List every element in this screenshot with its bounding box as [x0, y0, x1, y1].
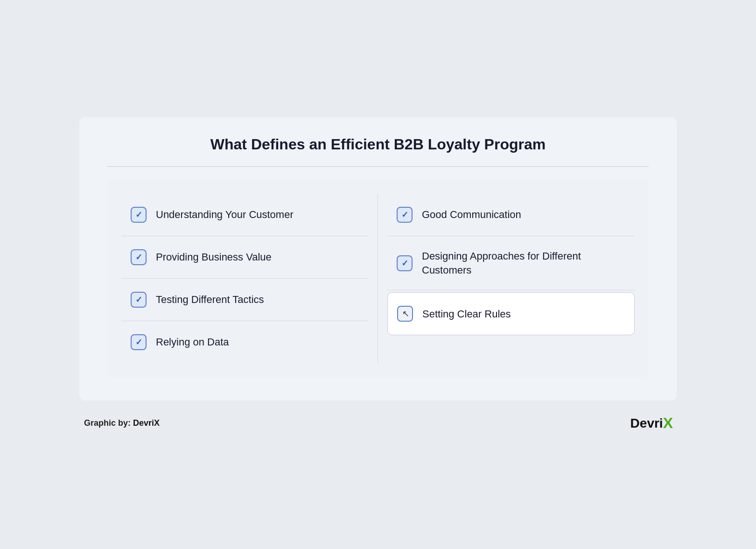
- footer: Graphic by: DevriX DevriX: [79, 415, 677, 432]
- devrix-x-mark: X: [663, 415, 672, 432]
- checkbox-setting[interactable]: ↖: [397, 306, 413, 322]
- main-card: What Defines an Efficient B2B Loyalty Pr…: [79, 117, 677, 401]
- item-label-designing: Designing Approaches for Different Custo…: [422, 249, 625, 277]
- list-item[interactable]: Understanding Your Customer: [121, 194, 368, 236]
- devrix-wordmark: Devri: [630, 416, 663, 431]
- checklist-container: Understanding Your Customer Providing Bu…: [107, 180, 649, 377]
- checkbox-providing[interactable]: [131, 249, 147, 265]
- item-label-relying: Relying on Data: [156, 335, 229, 349]
- list-item[interactable]: Testing Different Tactics: [121, 279, 368, 321]
- checkbox-understanding[interactable]: [131, 207, 147, 223]
- footer-credit: Graphic by: DevriX: [84, 418, 160, 428]
- checkbox-communication[interactable]: [397, 207, 413, 223]
- right-column: Good Communication Designing Approaches …: [378, 194, 635, 363]
- list-item-setting-rules[interactable]: ↖ Setting Clear Rules: [387, 292, 635, 335]
- checkbox-designing[interactable]: [397, 255, 413, 271]
- checkbox-testing[interactable]: [131, 292, 147, 308]
- page-title: What Defines an Efficient B2B Loyalty Pr…: [107, 136, 649, 167]
- list-item[interactable]: Designing Approaches for Different Custo…: [387, 236, 635, 290]
- footer-prefix: Graphic by:: [84, 418, 133, 428]
- devrix-logo: DevriX: [630, 415, 672, 432]
- item-label-testing: Testing Different Tactics: [156, 293, 264, 307]
- item-label-communication: Good Communication: [422, 208, 521, 222]
- item-label-understanding: Understanding Your Customer: [156, 208, 294, 222]
- checkbox-relying[interactable]: [131, 334, 147, 350]
- left-column: Understanding Your Customer Providing Bu…: [121, 194, 378, 363]
- item-label-setting: Setting Clear Rules: [422, 307, 511, 321]
- footer-brand: DevriX: [133, 418, 160, 428]
- cursor-icon: ↖: [402, 309, 409, 319]
- list-item[interactable]: Providing Business Value: [121, 236, 368, 279]
- item-label-providing: Providing Business Value: [156, 250, 272, 264]
- checklist-grid: Understanding Your Customer Providing Bu…: [121, 194, 635, 363]
- list-item[interactable]: Relying on Data: [121, 321, 368, 363]
- list-item[interactable]: Good Communication: [387, 194, 635, 236]
